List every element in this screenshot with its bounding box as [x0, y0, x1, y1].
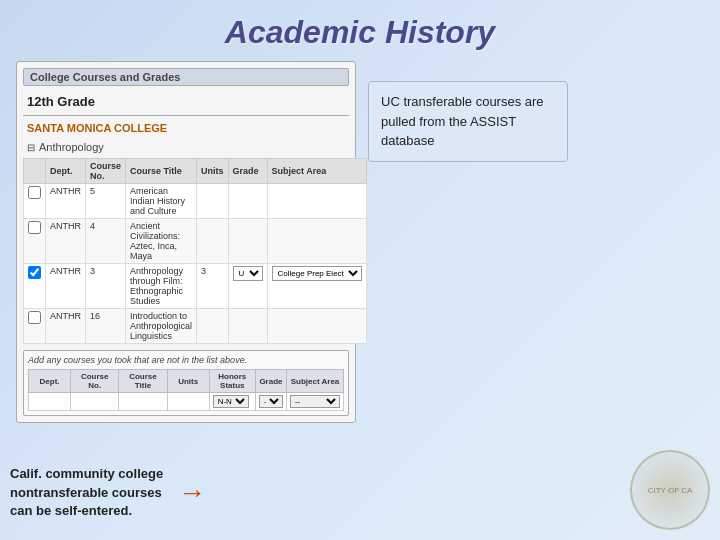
grade-label: 12th Grade: [23, 92, 349, 111]
row3-no: 3: [86, 264, 126, 309]
row4-dept: ANTHR: [46, 309, 86, 344]
annotation-text: Calif. community college nontransferable…: [10, 465, 170, 520]
add-col-subject: Subject Area: [286, 370, 343, 393]
college-label: SANTA MONICA COLLEGE: [23, 120, 349, 136]
course-table: Dept. Course No. Course Title Units Grad…: [23, 158, 367, 344]
page-title: Academic History: [0, 0, 720, 61]
row1-dept: ANTHR: [46, 184, 86, 219]
course-panel: College Courses and Grades 12th Grade SA…: [16, 61, 356, 423]
panel-header: College Courses and Grades: [23, 68, 349, 86]
row1-no: 5: [86, 184, 126, 219]
bottom-annotation: Calif. community college nontransferable…: [10, 465, 206, 520]
row4-checkbox[interactable]: [28, 311, 41, 324]
add-courses-label: Add any courses you took that are not in…: [28, 355, 344, 365]
col-course-no: Course No.: [86, 159, 126, 184]
col-grade: Grade: [228, 159, 267, 184]
left-panel: College Courses and Grades 12th Grade SA…: [16, 61, 356, 423]
table-row: ANTHR 5 American Indian History and Cult…: [24, 184, 367, 219]
col-check: [24, 159, 46, 184]
add-honors-select[interactable]: N-N Y-N N-Y: [213, 395, 249, 408]
row2-dept: ANTHR: [46, 219, 86, 264]
add-col-dept: Dept.: [29, 370, 71, 393]
add-units-input[interactable]: [171, 398, 206, 407]
main-content: College Courses and Grades 12th Grade SA…: [0, 61, 720, 423]
add-subject-select[interactable]: -- English Math: [290, 395, 340, 408]
arrow-icon: →: [178, 477, 206, 509]
add-dept-input[interactable]: [32, 398, 67, 407]
row2-checkbox[interactable]: [28, 221, 41, 234]
row4-no: 16: [86, 309, 126, 344]
add-no-input[interactable]: [74, 398, 115, 407]
row3-units: 3: [197, 264, 229, 309]
add-col-title: Course Title: [119, 370, 167, 393]
row4-subject: [267, 309, 366, 344]
info-box: UC transferable courses are pulled from …: [368, 81, 568, 162]
divider: [23, 115, 349, 116]
row2-no: 4: [86, 219, 126, 264]
row1-grade: [228, 184, 267, 219]
row4-units: [197, 309, 229, 344]
row2-title: Ancient Civilizations: Aztec, Inca, Maya: [126, 219, 197, 264]
row3-title: Anthropology through Film: Ethnographic …: [126, 264, 197, 309]
col-units: Units: [197, 159, 229, 184]
col-subject: Subject Area: [267, 159, 366, 184]
add-col-no: Course No.: [71, 370, 119, 393]
add-grade-select[interactable]: -- A B: [259, 395, 283, 408]
add-courses-table: Dept. Course No. Course Title Units Hono…: [28, 369, 344, 411]
row1-units: [197, 184, 229, 219]
row1-subject: [267, 184, 366, 219]
row3-subject-select[interactable]: College Prep Electives English Math: [272, 266, 362, 281]
row4-title: Introduction to Anthropological Linguist…: [126, 309, 197, 344]
row3-grade-select[interactable]: U A B C: [233, 266, 263, 281]
row1-checkbox[interactable]: [28, 186, 41, 199]
watermark: CITY OF CA: [630, 450, 710, 530]
add-col-honors: Honors Status: [209, 370, 255, 393]
add-col-grade: Grade: [255, 370, 286, 393]
add-courses-row: N-N Y-N N-Y -- A B: [29, 393, 344, 411]
add-courses-section: Add any courses you took that are not in…: [23, 350, 349, 416]
row1-title: American Indian History and Culture: [126, 184, 197, 219]
col-title: Course Title: [126, 159, 197, 184]
row2-grade: [228, 219, 267, 264]
row2-subject: [267, 219, 366, 264]
table-row: ANTHR 3 Anthropology through Film: Ethno…: [24, 264, 367, 309]
table-row: ANTHR 16 Introduction to Anthropological…: [24, 309, 367, 344]
table-row: ANTHR 4 Ancient Civilizations: Aztec, In…: [24, 219, 367, 264]
row3-checkbox[interactable]: [28, 266, 41, 279]
section-label: Anthropology: [23, 140, 349, 154]
row3-dept: ANTHR: [46, 264, 86, 309]
watermark-text: CITY OF CA: [648, 486, 693, 495]
col-dept: Dept.: [46, 159, 86, 184]
add-title-input[interactable]: [122, 398, 163, 407]
add-col-units: Units: [167, 370, 209, 393]
row4-grade: [228, 309, 267, 344]
row2-units: [197, 219, 229, 264]
